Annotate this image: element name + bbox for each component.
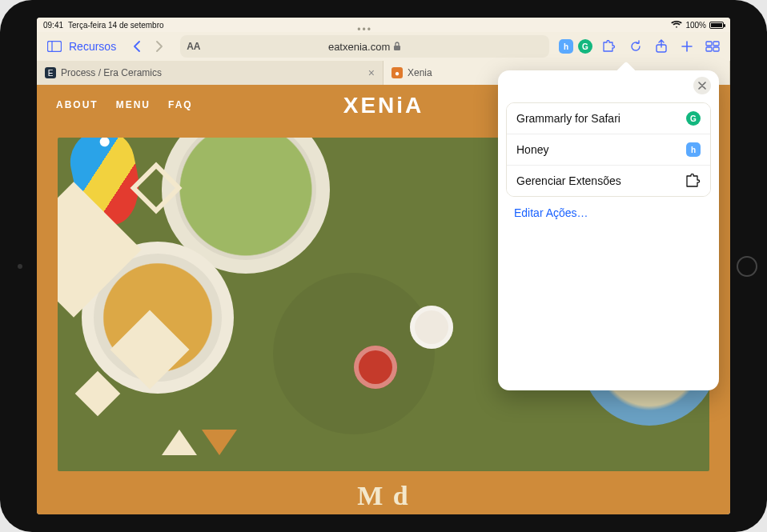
share-button[interactable] — [650, 35, 673, 58]
address-bar[interactable]: ••• AA eatxenia.com — [180, 35, 549, 58]
favicon-icon: ● — [392, 67, 403, 78]
edit-actions-link[interactable]: Editar Ações… — [514, 206, 703, 219]
status-date: Terça-feira 14 de setembro — [68, 21, 164, 30]
site-nav: ABOUT MENU FAQ — [56, 99, 193, 110]
tab-overview-button[interactable] — [701, 35, 724, 58]
nav-faq[interactable]: FAQ — [168, 99, 193, 110]
battery-percent: 100% — [685, 21, 706, 30]
tab-era-ceramics[interactable]: E Process / Era Ceramics × — [37, 61, 384, 85]
extension-item-honey[interactable]: Honey h — [507, 134, 710, 165]
toolbar-extension-icons: h G — [559, 35, 647, 58]
bookmarks-label[interactable]: Recursos — [69, 40, 116, 53]
extensions-list: Grammarly for Safari G Honey h Gerenciar… — [506, 102, 711, 197]
nav-menu[interactable]: MENU — [116, 99, 151, 110]
home-button[interactable] — [737, 256, 757, 277]
device-camera — [18, 264, 22, 269]
favicon-icon: E — [45, 67, 56, 78]
lock-icon — [393, 42, 401, 51]
ipad-frame: 09:41 Terça-feira 14 de setembro 100% Re… — [0, 0, 767, 532]
site-logo[interactable]: XENiA — [343, 93, 424, 118]
grammarly-icon: G — [686, 111, 701, 126]
extension-label: Gerenciar Extensões — [516, 174, 621, 187]
grammarly-extension-icon[interactable]: G — [578, 39, 592, 54]
close-popover-button[interactable] — [693, 77, 711, 94]
svg-rect-0 — [48, 42, 62, 52]
grab-handle-icon[interactable]: ••• — [357, 24, 372, 35]
svg-rect-6 — [706, 47, 712, 51]
url-host: eatxenia.com — [328, 41, 390, 53]
svg-rect-5 — [713, 42, 719, 46]
extension-item-grammarly[interactable]: Grammarly for Safari G — [507, 103, 710, 134]
extension-label: Grammarly for Safari — [516, 112, 620, 125]
screen: 09:41 Terça-feira 14 de setembro 100% Re… — [37, 18, 730, 514]
cup-tzatziki — [410, 306, 453, 349]
tab-title: Process / Era Ceramics — [61, 67, 162, 78]
manage-extensions-item[interactable]: Gerenciar Extensões — [507, 165, 710, 196]
nav-about[interactable]: ABOUT — [56, 99, 98, 110]
svg-rect-4 — [706, 42, 712, 46]
svg-rect-2 — [394, 46, 400, 50]
honey-extension-icon[interactable]: h — [559, 39, 573, 54]
status-bar: 09:41 Terça-feira 14 de setembro 100% — [37, 18, 730, 32]
hero-headline: M d — [357, 481, 410, 511]
plate-main — [258, 258, 450, 450]
reader-aa-button[interactable]: AA — [187, 41, 200, 52]
battery-icon — [709, 22, 724, 29]
new-tab-button[interactable] — [676, 35, 698, 58]
cup-sauce — [354, 346, 397, 389]
pattern-triangle — [162, 430, 197, 455]
back-button[interactable] — [126, 35, 148, 58]
forward-button[interactable] — [148, 35, 171, 58]
sidebar-toggle-icon[interactable] — [43, 35, 66, 58]
svg-rect-7 — [713, 47, 719, 51]
status-time: 09:41 — [43, 21, 63, 30]
browser-toolbar: Recursos ••• AA eatxenia.com h G — [37, 32, 730, 61]
extensions-popover: Grammarly for Safari G Honey h Gerenciar… — [498, 70, 719, 390]
tab-title: Xenia — [408, 67, 432, 78]
honey-icon: h — [686, 142, 701, 157]
pattern-triangle — [202, 430, 237, 455]
puzzle-icon — [685, 174, 701, 188]
reload-button[interactable] — [624, 35, 647, 58]
extensions-button[interactable] — [597, 35, 620, 58]
wifi-icon — [671, 21, 682, 29]
close-tab-button[interactable]: × — [368, 66, 375, 79]
extension-label: Honey — [516, 143, 548, 156]
